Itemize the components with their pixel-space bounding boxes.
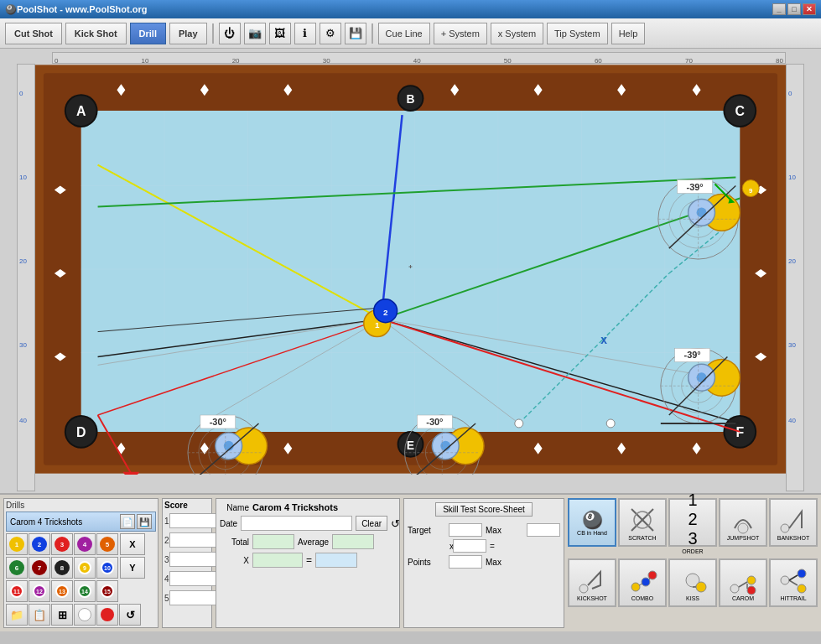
hittrail-button[interactable]: HITTRAIL [769,558,818,607]
ball-cell-9[interactable]: 9 [74,557,96,579]
power-icon-button[interactable]: ⏻ [219,23,241,44]
cue-line-button[interactable]: Cue Line [378,23,430,44]
ball-cell-15[interactable]: 15 [96,580,118,602]
refresh-icon[interactable]: ↺ [391,517,400,530]
close-button[interactable]: ✕ [803,3,816,15]
clear-button[interactable]: Clear [356,516,387,531]
kiss-icon [678,565,708,595]
date-row: Date Clear ↺ [220,516,396,531]
combo-button[interactable]: COMBO [618,558,667,607]
ruler-left: 0 10 20 30 40 [17,64,35,491]
svg-point-91 [579,584,588,593]
window-title: PoolShot - www.PoolShot.org [17,4,147,14]
kickshot-icon [577,565,607,595]
skill-panel: Skill Test Score-Sheet Target Max x = Po… [403,498,564,628]
order-icon: 123 [688,491,697,548]
photo-icon-button[interactable]: 🖼 [269,23,291,44]
maximize-button[interactable]: □ [787,3,801,15]
ball-row-3: 11 12 13 14 15 [6,580,156,602]
ball-cell-14[interactable]: 14 [74,580,96,602]
ball-cell-2[interactable]: 2 [29,533,50,555]
svg-point-93 [642,578,650,586]
total-input[interactable] [252,534,294,549]
white-ball[interactable] [74,604,96,626]
x-button[interactable]: X [120,533,145,555]
equals-sign: = [306,554,312,566]
dot-1 [515,419,523,428]
svg-point-102 [781,576,789,584]
settings-icon-button[interactable]: ⚙ [320,23,341,44]
y-button[interactable]: Y [120,557,145,579]
window-icon: 🎱 [5,4,17,15]
cb-in-hand-button[interactable]: 🎱 CB in Hand [568,498,616,547]
red-ball[interactable] [96,604,118,626]
drills-panel: Drills Carom 4 Trickshots 📄 💾 1 2 3 4 5 … [3,498,158,628]
x-label-skill: x [408,542,449,551]
result-input[interactable] [315,553,357,568]
pool-table-wrapper[interactable]: A B C D E F [35,64,786,491]
ball-cell-1[interactable]: 1 [6,533,28,555]
window-controls: _ □ ✕ [772,3,816,15]
x-input[interactable] [252,553,303,568]
ball-cell-6[interactable]: 6 [6,557,28,579]
corner-c-label: C [735,104,746,118]
order-button[interactable]: 123 ORDER [668,498,717,547]
carom-icon [728,565,758,595]
help-button[interactable]: Help [611,23,646,44]
ball-cell-7[interactable]: 7 [29,557,50,579]
date-input[interactable] [241,516,352,531]
jumpshot-button[interactable]: JUMPSHOT [719,498,767,547]
carom-button[interactable]: CAROM [719,558,767,607]
pool-table-svg[interactable]: A B C D E F [35,64,786,475]
cut-shot-button[interactable]: Cut Shot [5,23,62,44]
svg-point-90 [781,524,789,532]
x-input-skill[interactable] [453,539,486,553]
svg-text:-39°: -39° [684,350,701,360]
score-row-4: 4 [164,569,210,588]
play-button[interactable]: Play [169,23,207,44]
action-buttons: 📁 📋 ⊞ ↺ [6,604,156,626]
rotate-icon-btn[interactable]: ↺ [119,604,141,626]
drills-save-button[interactable]: 💾 [137,514,152,529]
ball-cell-10[interactable]: 10 [96,557,118,579]
skill-test-button[interactable]: Skill Test Score-Sheet [435,502,533,517]
name-value: Carom 4 Trickshots [252,502,396,512]
x-system-button[interactable]: x System [491,23,543,44]
average-input[interactable] [332,534,374,549]
tip-system-button[interactable]: Tip System [547,23,608,44]
points-label: Points [408,558,445,567]
kick-shot-button[interactable]: Kick Shot [65,23,127,44]
grid-icon-btn[interactable]: ⊞ [51,604,73,626]
average-label: Average [298,538,329,547]
kickshot-button[interactable]: KICKSHOT [568,558,616,607]
save-icon-button[interactable]: 💾 [345,23,366,44]
points-input[interactable] [449,555,482,569]
minimize-button[interactable]: _ [772,3,786,15]
drill-button[interactable]: Drill [130,23,166,44]
ball-cell-5[interactable]: 5 [96,533,118,555]
svg-point-104 [798,569,806,578]
scratch-button[interactable]: SCRATCH [618,498,667,547]
file-icon-btn[interactable]: 📁 [6,604,28,626]
ball-cell-3[interactable]: 3 [51,533,73,555]
ball-cells-3: 11 12 13 14 15 [6,580,118,602]
x-row: X = [220,553,396,568]
info-icon-button[interactable]: ℹ [294,23,316,44]
ball-cell-13[interactable]: 13 [51,580,73,602]
ball-cell-8[interactable]: 8 [51,557,73,579]
ball-cell-4[interactable]: 4 [74,533,96,555]
ruler-top-ticks: 0 10 20 30 40 50 60 70 80 [53,53,785,65]
plus-system-button[interactable]: + System [434,23,487,44]
equals-skill: = [490,542,495,551]
red-arrow-d-head [122,472,139,475]
drills-edit-button[interactable]: 📄 [120,514,135,529]
list-icon-btn[interactable]: 📋 [29,604,50,626]
camera-icon-button[interactable]: 📷 [244,23,266,44]
kiss-button[interactable]: KISS [668,558,717,607]
target-input[interactable] [449,523,482,537]
ball-cell-11[interactable]: 11 [6,580,28,602]
max-input-1[interactable] [527,523,560,537]
ball-cell-12[interactable]: 12 [29,580,50,602]
ball-row-2: 6 7 8 9 10 Y [6,557,156,579]
bankshot-button[interactable]: BANKSHOT [769,498,818,547]
